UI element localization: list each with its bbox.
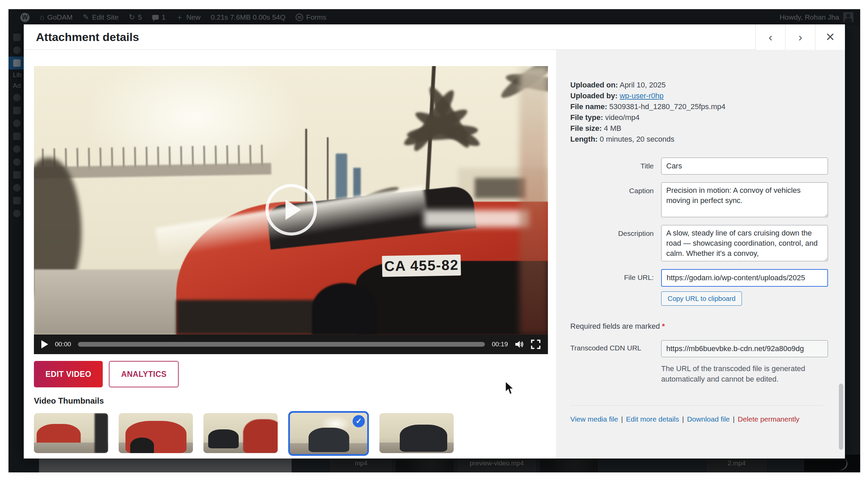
uploaded-by-label: Uploaded by: <box>570 92 617 100</box>
thumbnail-car-window <box>130 438 154 453</box>
thumbnail-car <box>309 428 349 452</box>
attachment-details-modal: Attachment details ‹ › ✕ <box>24 24 845 459</box>
caption-field[interactable]: Precision in motion: A convoy of vehicle… <box>661 182 828 217</box>
volume-button[interactable] <box>515 340 524 349</box>
cdn-help-text: The URL of the transcoded file is genera… <box>661 363 824 384</box>
length-label: Length: <box>570 135 598 143</box>
fullscreen-button[interactable] <box>531 340 540 349</box>
chevron-left-icon: ‹ <box>769 30 772 44</box>
description-field[interactable]: A slow, steady line of cars cruising dow… <box>661 225 828 261</box>
hood-glare <box>424 210 529 227</box>
progress-bar[interactable] <box>78 342 485 347</box>
uploaded-on-label: Uploaded on: <box>570 81 618 89</box>
video-thumbnail-5[interactable] <box>379 413 454 453</box>
thumbnail-car <box>400 425 447 452</box>
copy-url-spacer <box>570 291 661 306</box>
scrollbar-thumb[interactable] <box>839 384 843 450</box>
building-windows <box>475 178 526 198</box>
previous-attachment-button[interactable]: ‹ <box>755 24 785 50</box>
next-attachment-button[interactable]: › <box>785 24 815 50</box>
file-size-label: File size: <box>570 124 602 133</box>
thumbnail-dark-car <box>208 429 239 448</box>
link-separator: | <box>621 415 623 423</box>
length-value: 0 minutes, 20 seconds <box>600 135 674 143</box>
attachment-form: Title Caption Precision in motion: A con… <box>570 158 845 384</box>
duration: 00:19 <box>492 341 508 348</box>
file-size-value: 4 MB <box>604 124 621 133</box>
modal-title: Attachment details <box>24 30 139 44</box>
required-asterisk: * <box>662 322 665 330</box>
thumbnail-foreground <box>95 413 108 453</box>
cdn-help-spacer <box>570 363 661 384</box>
required-note-text: Required fields are marked <box>570 322 660 330</box>
file-type-label: File type: <box>570 113 603 122</box>
copy-url-button[interactable]: Copy URL to clipboard <box>661 291 742 306</box>
modal-header: Attachment details ‹ › ✕ <box>24 24 845 50</box>
view-media-file-link[interactable]: View media file <box>570 415 618 423</box>
caption-label: Caption <box>570 182 661 217</box>
uploaded-on-value: April 10, 2025 <box>619 81 666 89</box>
play-overlay-button[interactable] <box>265 184 317 236</box>
close-modal-button[interactable]: ✕ <box>815 24 845 50</box>
file-url-field[interactable] <box>661 269 828 287</box>
edit-more-details-link[interactable]: Edit more details <box>626 415 679 423</box>
current-time: 00:00 <box>55 341 71 348</box>
attachment-info: Uploaded on: April 10, 2025 Uploaded by:… <box>570 80 845 145</box>
title-label: Title <box>570 158 661 175</box>
chevron-right-icon: › <box>798 30 802 44</box>
attachment-details-pane: Uploaded on: April 10, 2025 Uploaded by:… <box>556 50 845 459</box>
file-type-value: video/mp4 <box>605 113 640 122</box>
file-url-label: File URL: <box>570 269 661 287</box>
car-wheel <box>312 283 376 334</box>
check-icon: ✓ <box>353 415 365 427</box>
foreground-blur <box>519 66 548 334</box>
cdn-url-field[interactable] <box>661 340 828 357</box>
fullscreen-icon <box>531 340 540 349</box>
video-controls: 00:00 00:19 <box>34 334 548 354</box>
required-fields-note: Required fields are marked * <box>570 322 845 331</box>
mouse-cursor-icon <box>505 381 515 395</box>
title-field[interactable] <box>661 158 828 175</box>
video-thumbnails-heading: Video Thumbnails <box>34 396 556 406</box>
download-file-link[interactable]: Download file <box>687 415 730 423</box>
video-thumbnails-row: ✓ <box>34 413 556 456</box>
analytics-button[interactable]: ANALYTICS <box>109 361 179 387</box>
attachment-actions: View media file|Edit more details|Downlo… <box>570 405 823 423</box>
details-scrollbar[interactable] <box>839 53 843 456</box>
license-plate: CA 455-82 <box>382 255 461 277</box>
close-icon: ✕ <box>825 30 835 44</box>
video-thumbnail-2[interactable] <box>119 413 193 453</box>
link-separator: | <box>733 415 734 423</box>
play-icon <box>285 200 301 220</box>
edit-video-button[interactable]: EDIT VIDEO <box>34 361 103 387</box>
screen: W ⌂ GoDAM ✎ Edit Site ↻ 5 1 ＋ New 0. <box>0 0 868 488</box>
file-name-value: 5309381-hd_1280_720_25fps.mp4 <box>609 102 726 111</box>
uploaded-by-link[interactable]: wp-user-r0hp <box>619 92 664 100</box>
video-thumbnail-1[interactable] <box>34 413 108 453</box>
cdn-url-label: Transcoded CDN URL <box>570 340 661 357</box>
video-player[interactable]: CA 455-82 00:00 00:19 <box>34 66 548 354</box>
video-thumbnail-3[interactable] <box>203 413 278 453</box>
video-thumbnail-4-selected[interactable]: ✓ <box>288 411 369 456</box>
link-separator: | <box>682 415 684 423</box>
volume-icon <box>515 340 524 349</box>
thumbnail-car <box>243 419 278 453</box>
play-button[interactable] <box>41 340 48 348</box>
description-label: Description <box>570 225 661 261</box>
file-name-label: File name: <box>570 102 607 111</box>
attachment-preview-pane: CA 455-82 00:00 00:19 <box>24 50 556 459</box>
delete-permanently-link[interactable]: Delete permanently <box>738 415 800 423</box>
